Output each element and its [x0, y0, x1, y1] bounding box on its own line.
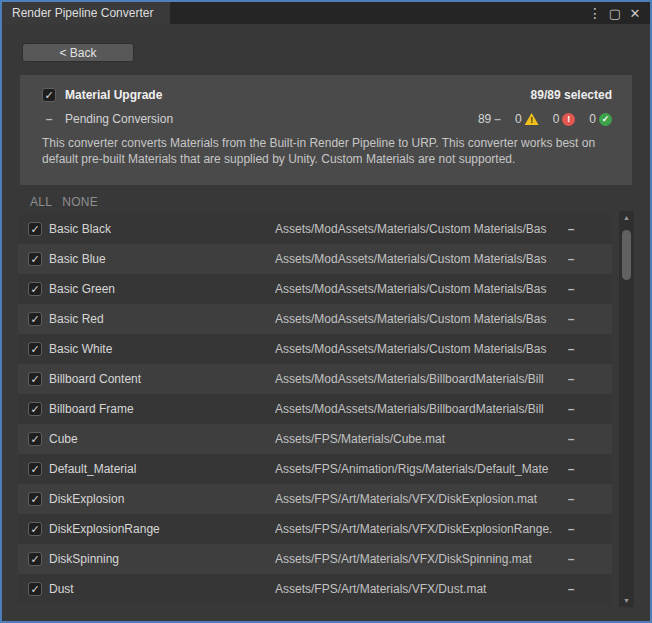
material-name: DiskSpinning — [49, 552, 275, 566]
select-all-button[interactable]: ALL — [30, 195, 52, 209]
row-checkbox[interactable]: ✓ — [28, 312, 42, 326]
conversion-list: ✓ Basic Black Assets/ModAssets/Materials… — [18, 214, 612, 604]
row-status-dash-icon: – — [564, 372, 578, 386]
selected-count: 89/89 selected — [531, 88, 612, 102]
row-status-dash-icon: – — [564, 312, 578, 326]
table-row[interactable]: ✓ Default_Material Assets/FPS/Animation/… — [18, 454, 612, 484]
back-button[interactable]: < Back — [22, 43, 134, 62]
selection-header: ALL NONE — [30, 195, 650, 209]
window-title: Render Pipeline Converter — [12, 6, 153, 20]
success-count: 0 — [589, 112, 596, 126]
pending-dash-icon: – — [494, 112, 501, 126]
converter-title: Material Upgrade — [65, 88, 162, 102]
material-name: Basic White — [49, 342, 275, 356]
material-path: Assets/FPS/Materials/Cube.mat — [275, 432, 564, 446]
error-icon: ! — [562, 113, 575, 126]
row-status-dash-icon: – — [564, 522, 578, 536]
table-row[interactable]: ✓ Billboard Frame Assets/ModAssets/Mater… — [18, 394, 612, 424]
window-controls: ⋮ ▢ ✕ — [587, 2, 650, 24]
material-path: Assets/ModAssets/Materials/Custom Materi… — [275, 222, 564, 236]
material-name: DiskExplosion — [49, 492, 275, 506]
row-checkbox[interactable]: ✓ — [28, 342, 42, 356]
row-checkbox[interactable]: ✓ — [28, 582, 42, 596]
error-count: 0 — [553, 112, 560, 126]
row-checkbox[interactable]: ✓ — [28, 222, 42, 236]
material-name: Basic Blue — [49, 252, 275, 266]
row-status-dash-icon: – — [564, 222, 578, 236]
table-row[interactable]: ✓ Basic White Assets/ModAssets/Materials… — [18, 334, 612, 364]
converter-checkbox[interactable]: ✓ — [42, 88, 56, 102]
material-path: Assets/FPS/Art/Materials/VFX/Dust.mat — [275, 582, 564, 596]
titlebar: Render Pipeline Converter ⋮ ▢ ✕ — [2, 2, 650, 24]
select-none-button[interactable]: NONE — [62, 195, 98, 209]
scroll-down-icon[interactable]: ▼ — [623, 594, 630, 607]
material-name: Billboard Frame — [49, 402, 275, 416]
warning-count: 0 — [515, 112, 522, 126]
scrollbar-thumb[interactable] — [622, 230, 631, 280]
material-path: Assets/ModAssets/Materials/BillboardMate… — [275, 372, 564, 386]
foldout-dash-icon: – — [42, 112, 56, 126]
table-row[interactable]: ✓ Basic Black Assets/ModAssets/Materials… — [18, 214, 612, 244]
row-checkbox[interactable]: ✓ — [28, 522, 42, 536]
row-status-dash-icon: – — [564, 462, 578, 476]
row-status-dash-icon: – — [564, 402, 578, 416]
table-row[interactable]: ✓ Basic Red Assets/ModAssets/Materials/C… — [18, 304, 612, 334]
material-path: Assets/FPS/Art/Materials/VFX/DiskExplosi… — [275, 492, 564, 506]
material-name: Cube — [49, 432, 275, 446]
table-row[interactable]: ✓ DiskExplosion Assets/FPS/Art/Materials… — [18, 484, 612, 514]
table-row[interactable]: ✓ Billboard Content Assets/ModAssets/Mat… — [18, 364, 612, 394]
material-path: Assets/ModAssets/Materials/Custom Materi… — [275, 342, 564, 356]
window-menu-icon[interactable]: ⋮ — [587, 5, 603, 21]
vertical-scrollbar[interactable]: ▲ ▼ — [619, 211, 634, 607]
material-path: Assets/ModAssets/Materials/BillboardMate… — [275, 402, 564, 416]
converter-panel: ✓ Material Upgrade 89/89 selected – Pend… — [20, 75, 632, 185]
row-status-dash-icon: – — [564, 582, 578, 596]
maximize-icon[interactable]: ▢ — [607, 6, 623, 21]
table-row[interactable]: ✓ Basic Blue Assets/ModAssets/Materials/… — [18, 244, 612, 274]
material-path: Assets/ModAssets/Materials/Custom Materi… — [275, 312, 564, 326]
converter-header: ✓ Material Upgrade 89/89 selected — [42, 88, 612, 102]
pending-count: 89 — [478, 112, 491, 126]
table-row[interactable]: ✓ DiskExplosionRange Assets/FPS/Art/Mate… — [18, 514, 612, 544]
row-status-dash-icon: – — [564, 492, 578, 506]
back-button-label: < Back — [59, 46, 96, 60]
row-checkbox[interactable]: ✓ — [28, 462, 42, 476]
table-row[interactable]: ✓ Basic Green Assets/ModAssets/Materials… — [18, 274, 612, 304]
material-path: Assets/FPS/Art/Materials/VFX/DiskExplosi… — [275, 522, 564, 536]
success-icon: ✓ — [599, 113, 612, 126]
status-badges: 89 – 0 ! 0 ! 0 ✓ — [478, 112, 612, 126]
row-status-dash-icon: – — [564, 282, 578, 296]
row-status-dash-icon: – — [564, 432, 578, 446]
pending-conversion-row[interactable]: – Pending Conversion 89 – 0 ! 0 ! 0 ✓ — [42, 112, 612, 126]
row-status-dash-icon: – — [564, 252, 578, 266]
material-name: Billboard Content — [49, 372, 275, 386]
material-path: Assets/FPS/Art/Materials/VFX/DiskSpinnin… — [275, 552, 564, 566]
converter-description: This converter converts Materials from t… — [42, 135, 618, 167]
row-checkbox[interactable]: ✓ — [28, 552, 42, 566]
table-row[interactable]: ✓ Cube Assets/FPS/Materials/Cube.mat – — [18, 424, 612, 454]
row-checkbox[interactable]: ✓ — [28, 372, 42, 386]
material-path: Assets/ModAssets/Materials/Custom Materi… — [275, 252, 564, 266]
row-checkbox[interactable]: ✓ — [28, 402, 42, 416]
row-checkbox[interactable]: ✓ — [28, 252, 42, 266]
material-path: Assets/FPS/Animation/Rigs/Materials/Defa… — [275, 462, 564, 476]
list-region: ✓ Basic Black Assets/ModAssets/Materials… — [2, 214, 650, 621]
row-checkbox[interactable]: ✓ — [28, 492, 42, 506]
render-pipeline-converter-window: Render Pipeline Converter ⋮ ▢ ✕ < Back ✓… — [0, 0, 652, 623]
material-name: Dust — [49, 582, 275, 596]
table-row[interactable]: ✓ Dust Assets/FPS/Art/Materials/VFX/Dust… — [18, 574, 612, 604]
material-path: Assets/ModAssets/Materials/Custom Materi… — [275, 282, 564, 296]
window-tab[interactable]: Render Pipeline Converter — [2, 2, 170, 24]
close-icon[interactable]: ✕ — [627, 6, 643, 21]
row-status-dash-icon: – — [564, 552, 578, 566]
material-name: Default_Material — [49, 462, 275, 476]
table-row[interactable]: ✓ DiskSpinning Assets/FPS/Art/Materials/… — [18, 544, 612, 574]
material-name: DiskExplosionRange — [49, 522, 275, 536]
row-status-dash-icon: – — [564, 342, 578, 356]
row-checkbox[interactable]: ✓ — [28, 282, 42, 296]
scroll-up-icon[interactable]: ▲ — [623, 211, 630, 224]
material-name: Basic Red — [49, 312, 275, 326]
material-name: Basic Black — [49, 222, 275, 236]
row-checkbox[interactable]: ✓ — [28, 432, 42, 446]
material-name: Basic Green — [49, 282, 275, 296]
